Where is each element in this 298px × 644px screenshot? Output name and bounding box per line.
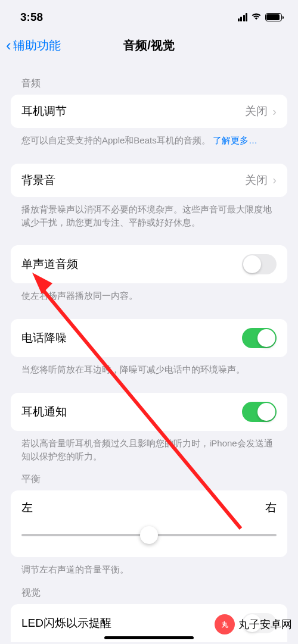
- wifi-icon: [251, 12, 262, 23]
- cell-label: 背景音: [21, 173, 55, 188]
- back-button[interactable]: ‹ 辅助功能: [6, 37, 61, 54]
- footer-background-sound: 播放背景噪声以消弭不必要的环境杂声。这些声音可最大限度地减少干扰，助您更加专注、…: [11, 197, 287, 229]
- watermark-text: 丸子安卓网: [238, 617, 292, 632]
- cell-value: 关闭: [245, 173, 268, 188]
- cell-background-sound[interactable]: 背景音 关闭 ›: [11, 164, 287, 197]
- switch-mono-audio[interactable]: [242, 254, 277, 274]
- balance-left-label: 左: [21, 500, 33, 515]
- status-bar: 3:58: [0, 0, 298, 30]
- cell-balance: 左 右: [11, 490, 287, 557]
- chevron-right-icon: ›: [272, 173, 277, 187]
- cell-mono-audio[interactable]: 单声道音频: [11, 245, 287, 283]
- cell-label: 耳机调节: [21, 104, 67, 119]
- battery-icon: [265, 13, 284, 21]
- cell-value: 关闭: [245, 104, 268, 119]
- cell-label: LED闪烁以示提醒: [21, 615, 111, 631]
- status-icons: [238, 12, 284, 23]
- switch-headphone-notify[interactable]: [242, 402, 277, 422]
- nav-bar: ‹ 辅助功能 音频/视觉: [0, 30, 298, 61]
- section-header-audio: 音频: [11, 61, 287, 95]
- footer-headphone-notify: 若以高音量听耳机音频过久且影响您的听力时，iPhone会发送通知以保护您的听力。: [11, 431, 287, 463]
- section-header-balance: 平衡: [11, 462, 287, 490]
- cell-headphone-adjust[interactable]: 耳机调节 关闭 ›: [11, 95, 287, 128]
- balance-slider[interactable]: [21, 526, 277, 544]
- section-header-visual: 视觉: [11, 576, 287, 604]
- chevron-right-icon: ›: [272, 105, 277, 118]
- cell-label: 单声道音频: [21, 257, 78, 272]
- signal-icon: [238, 13, 248, 21]
- slider-thumb[interactable]: [140, 526, 158, 544]
- cell-label: 电话降噪: [21, 330, 67, 346]
- cell-label: 耳机通知: [21, 404, 67, 420]
- home-indicator: [104, 636, 194, 639]
- watermark-logo-icon: 丸: [215, 614, 235, 634]
- cell-headphone-notify[interactable]: 耳机通知: [11, 393, 287, 431]
- back-label: 辅助功能: [13, 37, 61, 54]
- status-time: 3:58: [20, 11, 43, 24]
- cell-phone-noise[interactable]: 电话降噪: [11, 319, 287, 357]
- page-title: 音频/视觉: [123, 37, 175, 54]
- chevron-left-icon: ‹: [6, 37, 11, 53]
- learn-more-link[interactable]: 了解更多…: [213, 135, 257, 145]
- footer-headphone-adjust: 您可以自定受支持的Apple和Beats耳机的音频。 了解更多…: [11, 128, 287, 147]
- footer-mono-audio: 使左右扬声器播放同一内容。: [11, 283, 287, 302]
- balance-right-label: 右: [265, 500, 277, 515]
- footer-balance: 调节左右声道的音量平衡。: [11, 557, 287, 576]
- watermark: 丸 丸子安卓网: [215, 614, 292, 634]
- switch-phone-noise[interactable]: [242, 328, 277, 348]
- footer-phone-noise: 当您将听筒放在耳边时，降噪可减少电话中的环境噪声。: [11, 357, 287, 376]
